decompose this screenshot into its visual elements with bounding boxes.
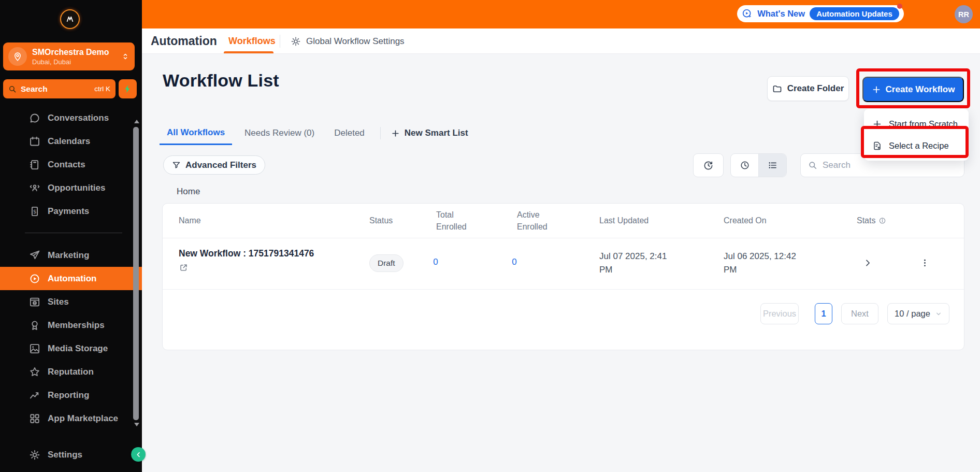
sidebar-nav: Conversations Calendars Contacts Opportu… [0,106,142,430]
plus-icon [872,119,882,129]
sidebar-item-payments[interactable]: $ Payments [0,199,142,223]
page-section-title: Automation [151,28,217,54]
funnel-icon [172,161,181,169]
gear-icon [29,449,40,461]
account-name: SMOrchestra Demo [32,48,109,57]
pagination-next-button[interactable]: Next [841,303,878,324]
time-view-toggle[interactable] [731,154,758,177]
sidebar-item-label: Conversations [48,113,109,123]
chevron-updown-icon [121,52,129,61]
info-icon[interactable] [878,217,886,225]
tab-workflows[interactable]: Workflows [228,28,276,54]
opportunities-icon [29,182,40,194]
create-workflow-menu: Start from Scratch Select a Recipe [864,109,969,161]
sidebar-collapse-button[interactable] [131,447,146,462]
chevron-left-icon [135,451,142,459]
calendar-icon [29,136,40,147]
sidebar-item-marketing[interactable]: Marketing [0,244,142,267]
tab-needs-review[interactable]: Needs Review (0) [237,121,322,145]
play-circle-icon [29,273,40,284]
tab-global-workflow-settings[interactable]: Global Workflow Settings [291,28,405,54]
workflow-search-input[interactable] [823,160,957,170]
sidebar-item-sites[interactable]: Sites [0,290,142,313]
page-title: Workflow List [163,70,279,91]
tab-all-workflows[interactable]: All Workflows [160,121,232,145]
sidebar-item-opportunities[interactable]: Opportunities [0,176,142,199]
pagination-previous-button[interactable]: Previous [760,303,799,324]
list-view-toggle[interactable] [758,154,786,177]
image-icon [29,343,40,354]
table-row[interactable]: New Workflow : 1751791341476 Draft 0 0 J… [163,238,964,290]
agency-logo-icon [60,9,80,29]
workflow-name-link[interactable]: New Workflow : 1751791341476 [179,248,314,259]
paper-plane-icon [29,250,40,261]
tabbar-divider [280,35,280,48]
recipe-file-plus-icon [872,141,882,151]
external-link-icon[interactable] [179,263,188,272]
sidebar-item-memberships[interactable]: Memberships [0,313,142,337]
total-enrolled-value[interactable]: 0 [425,257,446,267]
sidebar-item-automation[interactable]: Automation [0,267,142,290]
column-header-last-updated: Last Updated [599,214,648,226]
account-switcher[interactable]: SMOrchestra Demo Dubai, Dubai [3,42,135,70]
quick-actions-button[interactable] [119,79,137,98]
menu-item-label: Select a Recipe [889,141,949,151]
advanced-filters-button[interactable]: Advanced Filters [163,155,265,175]
user-avatar[interactable]: RR [955,5,973,23]
sidebar-search-input[interactable]: Search ctrl K [3,79,116,98]
clock-icon [740,160,750,170]
search-shortcut: ctrl K [94,85,110,93]
sidebar-item-label: Media Storage [48,344,108,354]
search-icon [8,85,17,93]
sidebar-item-app-marketplace[interactable]: App Marketplace [0,407,142,430]
sidebar-item-label: Calendars [48,136,90,147]
menu-item-start-from-scratch[interactable]: Start from Scratch [864,113,969,135]
tabs-divider [380,127,381,139]
star-icon [29,366,40,378]
search-icon [808,161,817,170]
create-workflow-button[interactable]: Create Workflow [862,77,964,102]
tab-deleted[interactable]: Deleted [327,121,372,145]
history-clock-icon [703,160,714,171]
menu-item-label: Start from Scratch [889,119,958,129]
sidebar-item-contacts[interactable]: Contacts [0,153,142,176]
column-header-name: Name [179,214,201,226]
column-header-created-on: Created On [724,214,767,226]
create-workflow-label: Create Workflow [886,84,955,95]
column-header-status: Status [369,214,393,226]
sidebar-item-label: Reporting [48,390,89,401]
active-enrolled-value[interactable]: 0 [504,257,525,267]
sidebar-item-calendars[interactable]: Calendars [0,130,142,153]
breadcrumb[interactable]: Home [177,187,200,197]
award-ribbon-icon [29,320,40,331]
list-icon [768,160,778,170]
create-folder-label: Create Folder [787,83,844,94]
whats-new-button[interactable]: What's New Automation Updates [737,5,904,22]
pagination-current-page[interactable]: 1 [815,303,832,324]
create-folder-button[interactable]: Create Folder [767,76,849,101]
new-smart-list-button[interactable]: New Smart List [388,121,471,145]
sidebar-scrollbar[interactable] [133,127,139,420]
sidebar-item-label: Contacts [48,160,85,170]
chevron-right-icon[interactable] [863,258,873,268]
sidebar-item-settings[interactable]: Settings [0,443,142,466]
plus-icon [391,129,400,138]
grid-icon [29,413,40,424]
last-updated-value: Jul 07 2025, 2:41 PM [599,250,677,277]
automation-updates-badge[interactable]: Automation Updates [810,7,899,20]
sidebar-item-media-storage[interactable]: Media Storage [0,337,142,360]
automation-tab-bar: Automation Workflows Global Workflow Set… [142,28,980,54]
chat-bubble-icon [29,112,40,124]
sidebar-item-conversations[interactable]: Conversations [0,106,142,130]
page-size-select[interactable]: 10 / page [887,303,949,324]
sidebar-item-reputation[interactable]: Reputation [0,360,142,383]
sidebar-search-placeholder: Search [21,84,48,94]
sidebar-item-label: Reputation [48,367,94,377]
kebab-menu-icon[interactable] [920,258,930,268]
scrollbar-down-arrow[interactable] [134,423,139,426]
status-badge: Draft [369,254,403,272]
execution-logs-button[interactable] [693,153,724,177]
menu-item-select-a-recipe[interactable]: Select a Recipe [864,135,969,156]
sidebar-item-reporting[interactable]: Reporting [0,383,142,407]
scrollbar-up-arrow[interactable] [134,120,139,123]
